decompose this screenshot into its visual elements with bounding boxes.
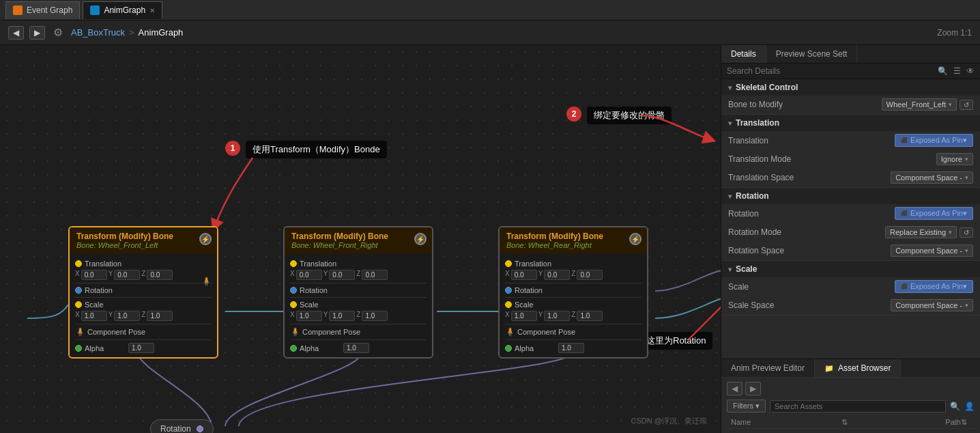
node-1-rot-pin[interactable] [75, 287, 82, 294]
rotation-pin[interactable] [197, 425, 203, 432]
node-2-rotation-row: Rotation [290, 286, 427, 294]
tab-anim-preview[interactable]: Anim Preview Editor [721, 359, 815, 377]
node-3-scale-x[interactable] [511, 311, 537, 321]
tab-close-icon[interactable]: ✕ [149, 7, 155, 14]
asset-nav-forward[interactable]: ▶ [745, 382, 761, 395]
node-3-scale-z[interactable] [577, 311, 603, 321]
breadcrumb-root[interactable]: AB_BoxTruck [71, 27, 125, 38]
bone-dropdown[interactable]: Wheel_Front_Left [882, 98, 957, 111]
node-1-subtitle: Bone: Wheel_Front_Left [76, 241, 210, 249]
filters-button[interactable]: Filters ▾ [727, 400, 766, 413]
bone-reset-button[interactable]: ↺ [960, 100, 973, 110]
node-1-trans-x[interactable] [81, 270, 107, 280]
node-1-scale-x[interactable] [81, 311, 107, 321]
watermark: CSDN @浮沉、奕迁琮 [631, 416, 707, 426]
user-icon[interactable]: 👤 [964, 402, 975, 411]
node-2-alpha-val[interactable] [343, 343, 369, 353]
node-1-alpha-val[interactable] [128, 343, 154, 353]
node-2-icon: ⚡ [414, 233, 427, 245]
translation-mode-row: Translation Mode Ignore [721, 150, 980, 169]
scale-exposed-pin[interactable]: Exposed As Pin▾ [895, 280, 973, 293]
rotation-prop-label: Rotation [728, 209, 895, 219]
tab-asset-browser[interactable]: 📁 Asset Browser [815, 359, 901, 377]
node-2-scale-z[interactable] [362, 311, 388, 321]
node-3-scale-pin[interactable] [505, 301, 512, 308]
sort-path-icon[interactable]: ⇅ [961, 418, 970, 427]
search-details-input[interactable] [727, 66, 935, 76]
node-3-alpha-val[interactable] [558, 343, 584, 353]
translation-header[interactable]: Translation [721, 115, 980, 131]
tab-details[interactable]: Details [721, 45, 766, 63]
search-assets-input[interactable] [770, 400, 946, 413]
blueprint-icon: ⚙ [53, 26, 63, 39]
node-2[interactable]: Transform (Modify) Bone Bone: Wheel_Fron… [283, 226, 433, 359]
node-1-scale-pin[interactable] [75, 301, 82, 308]
list-view-icon[interactable]: ☰ [953, 66, 961, 76]
node-2-alpha-pin[interactable] [290, 345, 297, 352]
rotation-mode-dropdown[interactable]: Replace Existing [885, 226, 957, 238]
ann-text-1: 使用Transform（Modify）Bonde [246, 141, 387, 158]
node-3[interactable]: Transform (Modify) Bone Bone: Wheel_Rear… [498, 226, 648, 359]
tab-event-graph[interactable]: Event Graph [5, 1, 80, 19]
translation-space-label: Translation Space [728, 173, 891, 182]
graph-area[interactable]: 1 使用Transform（Modify）Bonde 2 绑定要修改的骨骼 3 [0, 45, 721, 433]
node-3-alpha-pin[interactable] [505, 345, 512, 352]
node-3-scale-field: X Y Z [505, 311, 603, 321]
search-icon[interactable]: 🔍 [938, 66, 948, 76]
node-3-trans-y[interactable] [544, 270, 570, 280]
node-3-trans-pin[interactable] [505, 260, 512, 267]
breadcrumb-current: AnimGraph [139, 27, 184, 38]
forward-button[interactable]: ▶ [29, 26, 45, 40]
rotation-header[interactable]: Rotation [721, 188, 980, 204]
node-2-scale-y[interactable] [329, 311, 355, 321]
node-3-trans-z[interactable] [577, 270, 603, 280]
toolbar: ◀ ▶ ⚙ AB_BoxTruck > AnimGraph Zoom 1:1 [0, 20, 980, 45]
node-1-scale-z[interactable] [147, 311, 173, 321]
scale-space-dropdown[interactable]: Component Space - [891, 299, 973, 311]
translation-mode-dropdown[interactable]: Ignore [936, 153, 973, 165]
node-1-trans-y[interactable] [114, 270, 140, 280]
translation-exposed-pin[interactable]: Exposed As Pin▾ [895, 134, 973, 147]
rotation-space-dropdown[interactable]: Component Space - [891, 245, 973, 257]
search-assets-icon[interactable]: 🔍 [950, 402, 960, 411]
node-3-rot-pin[interactable] [505, 287, 512, 294]
rotation-space-label: Rotation Space [728, 246, 891, 255]
node-1-trans-pin[interactable] [75, 260, 82, 267]
node-2-trans-x[interactable] [296, 270, 322, 280]
asset-nav-back[interactable]: ◀ [727, 382, 743, 395]
node-2-scale-x[interactable] [296, 311, 322, 321]
node-3-trans-x[interactable] [511, 270, 537, 280]
rotation-exposed-pin[interactable]: Exposed As Pin▾ [895, 207, 973, 220]
node-1-title: Transform (Modify) Bone [76, 232, 210, 241]
back-button[interactable]: ◀ [8, 26, 24, 40]
node-1-scale-y[interactable] [114, 311, 140, 321]
bone-to-modify-value: Wheel_Front_Left ↺ [882, 98, 973, 111]
node-2-alpha-row: Alpha [290, 343, 427, 353]
rotation-mode-btn[interactable]: ↺ [960, 227, 973, 238]
asset-browser-content: ◀ ▶ Filters ▾ 🔍 👤 Name ⇅ Path ⇅ [721, 378, 980, 433]
node-3-icon: ⚡ [629, 233, 642, 245]
settings-icon[interactable]: 👁 [966, 66, 975, 76]
node-2-scale-pin[interactable] [290, 301, 297, 308]
node-2-subtitle: Bone: Wheel_Front_Right [291, 241, 425, 249]
sort-name-icon[interactable]: ⇅ [841, 418, 851, 427]
node-1-trans-z[interactable] [147, 270, 173, 280]
translation-space-dropdown[interactable]: Component Space - [891, 171, 973, 184]
tab-preview-scene[interactable]: Preview Scene Sett [766, 45, 858, 63]
skeletal-control-header[interactable]: Skeletal Control [721, 79, 980, 96]
tab-anim-graph[interactable]: AnimGraph ✕ [83, 1, 162, 19]
rotation-node[interactable]: Rotation [150, 419, 214, 433]
ann-num-1: 1 [225, 141, 240, 156]
asset-nav: ◀ ▶ [727, 382, 975, 395]
bone-to-modify-row: Bone to Modify Wheel_Front_Left ↺ [721, 96, 980, 114]
node-1[interactable]: Transform (Modify) Bone Bone: Wheel_Fron… [68, 226, 218, 359]
node-3-scale-y[interactable] [544, 311, 570, 321]
node-2-rot-pin[interactable] [290, 287, 297, 294]
node-1-scale-values: X Y Z [75, 311, 212, 321]
node-3-trans-field: X Y Z [505, 270, 603, 280]
node-2-trans-z[interactable] [362, 270, 388, 280]
scale-header[interactable]: Scale [721, 261, 980, 277]
node-2-trans-pin[interactable] [290, 260, 297, 267]
node-1-alpha-pin[interactable] [75, 345, 82, 352]
node-2-trans-y[interactable] [329, 270, 355, 280]
